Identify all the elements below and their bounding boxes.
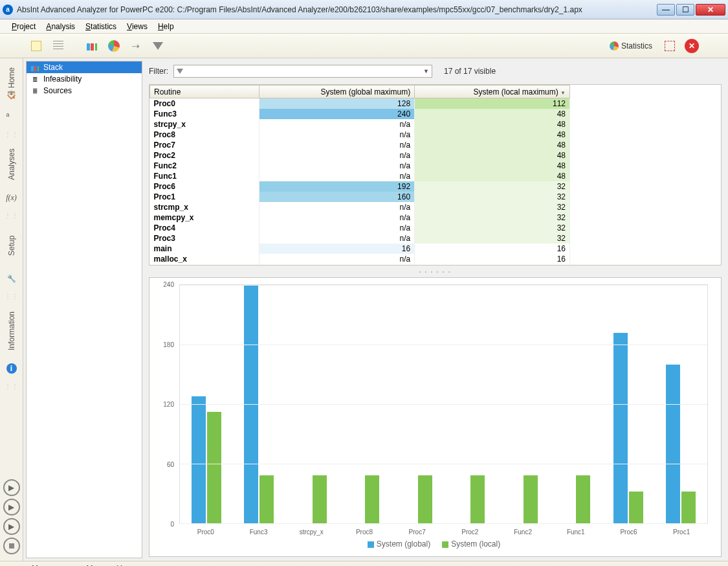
table-row[interactable]: strcmp_xn/a32 [150, 202, 570, 212]
cell-local: 32 [415, 192, 570, 202]
bar-local[interactable] [576, 475, 590, 523]
menu-bar: Project Analysis Statistics Views Help [0, 19, 728, 34]
toolbar-pie-button[interactable] [105, 37, 123, 55]
toolbar-filter-button[interactable] [149, 37, 167, 55]
tree-panel: Stack≣Infeasibility≣Sources [26, 61, 142, 558]
bar-local[interactable] [681, 492, 696, 523]
title-bar: a AbsInt Advanced Analyzer for PowerPC e… [0, 0, 728, 19]
bar-local[interactable] [365, 475, 379, 523]
cell-local: 16 [415, 264, 570, 266]
sidetab-fx[interactable]: f(x) [1, 188, 22, 207]
cell-global: n/a [259, 233, 415, 243]
cell-global: n/a [259, 264, 415, 266]
tree-item-stack[interactable]: Stack [27, 62, 142, 73]
arrows-icon: ⇢ [132, 41, 140, 51]
cell-local: 16 [415, 243, 570, 254]
window-minimize-button[interactable]: — [657, 4, 675, 16]
bar-local[interactable] [259, 475, 274, 523]
sidetab-information[interactable]: Information [1, 304, 22, 358]
cell-local: 48 [415, 130, 570, 140]
table-row[interactable]: Func324048 [150, 109, 570, 119]
menu-views[interactable]: Views [122, 21, 153, 32]
toolbar-expand-button[interactable] [661, 37, 679, 55]
cell-routine: Func3 [150, 109, 259, 119]
legend-swatch-global [368, 541, 374, 548]
bar-local[interactable] [207, 412, 221, 523]
table-row[interactable]: strcpy_xn/a48 [150, 119, 570, 130]
toolbar-arrows-button[interactable]: ⇢ [127, 37, 145, 55]
chart-plotarea [179, 284, 708, 524]
tree-item-infeasibility[interactable]: ≣Infeasibility [27, 73, 142, 85]
filter-visible-count: 17 of 17 visible [444, 67, 496, 76]
table-row[interactable]: Proc8n/a48 [150, 130, 570, 140]
cell-local: 32 [415, 212, 570, 223]
window-maximize-button[interactable]: ☐ [676, 4, 694, 16]
chart-xlabels: Proc0Func3strcpy_xProc8Proc7Proc2Func2Fu… [179, 528, 708, 536]
table-row[interactable]: Proc0128112 [150, 98, 570, 109]
bar-global[interactable] [192, 396, 206, 523]
table-row[interactable]: main1616 [150, 243, 570, 254]
table-row[interactable]: Proc116032 [150, 192, 570, 202]
status-run[interactable]: ▶ [6, 564, 12, 567]
expand-icon [665, 41, 675, 51]
bar-global[interactable] [666, 365, 680, 523]
gridline [180, 523, 707, 524]
menu-analysis[interactable]: Analysis [41, 21, 80, 32]
bar-local[interactable] [629, 492, 643, 523]
status-memory[interactable]: ▲Memory Usage [76, 564, 139, 567]
cell-global: n/a [259, 202, 415, 212]
splitter[interactable]: • • • • • • [149, 269, 722, 273]
col-local[interactable]: System (local maximum) ▼ [415, 85, 570, 98]
tree-item-sources[interactable]: ≣Sources [27, 85, 142, 96]
chart-legend: System (global) System (local) [153, 539, 714, 549]
results-table[interactable]: Routine System (global maximum) System (… [149, 84, 722, 266]
menu-statistics[interactable]: Statistics [80, 21, 122, 32]
cell-global: 160 [259, 192, 415, 202]
table-row[interactable]: Proc2n/a48 [150, 150, 570, 161]
status-messages[interactable]: ▲Messages [21, 564, 67, 567]
table-row[interactable]: Func1n/a48 [150, 171, 570, 181]
table-row[interactable]: Proc3n/a32 [150, 233, 570, 243]
toolbar-close-button[interactable]: ✕ [683, 37, 701, 55]
filter-combo[interactable]: ▼ [173, 65, 432, 78]
toolbar-statistics-label: Statistics [621, 41, 652, 51]
bar-global[interactable] [613, 333, 628, 523]
run-stop-button[interactable] [3, 538, 20, 554]
table-row[interactable]: Proc5n/a16 [150, 264, 570, 266]
col-routine[interactable]: Routine [150, 85, 259, 98]
cell-local: 32 [415, 223, 570, 233]
table-row[interactable]: Proc619232 [150, 181, 570, 192]
bar-local[interactable] [418, 475, 432, 523]
table-row[interactable]: Proc7n/a48 [150, 140, 570, 150]
menu-help[interactable]: Help [153, 21, 179, 32]
cell-routine: Proc8 [150, 130, 259, 140]
sidetab-home[interactable]: 🏠Home [1, 61, 22, 106]
bar-local[interactable] [313, 475, 327, 523]
sidetab-analyses[interactable]: Analyses [1, 142, 22, 187]
sidetab-setup[interactable]: Setup [1, 223, 22, 268]
table-row[interactable]: memcpy_xn/a32 [150, 212, 570, 223]
bar-local[interactable] [470, 475, 485, 523]
table-row[interactable]: Func2n/a48 [150, 161, 570, 171]
grip-icon: ⋮⋮ [5, 212, 19, 219]
close-icon: ✕ [685, 39, 699, 53]
sidetab-app[interactable]: a [1, 108, 22, 126]
col-global[interactable]: System (global maximum) [259, 85, 415, 98]
table-row[interactable]: malloc_xn/a16 [150, 254, 570, 264]
run-skip-button[interactable]: ▶ [3, 518, 20, 535]
cell-local: 16 [415, 254, 570, 264]
run-play-button[interactable]: ▶ [3, 479, 20, 496]
filter-row: Filter: ▼ 17 of 17 visible [149, 62, 722, 80]
toolbar-notes-button[interactable] [27, 37, 45, 55]
toolbar-statistics-button[interactable]: Statistics [605, 37, 657, 55]
sidetab-wrench[interactable]: 🔧 [1, 269, 22, 288]
bar-local[interactable] [524, 475, 538, 523]
window-close-button[interactable]: ✕ [696, 4, 725, 16]
run-play2-button[interactable]: ▶ [3, 499, 20, 515]
sidetab-info[interactable]: i [1, 359, 22, 378]
toolbar-list-button[interactable] [49, 37, 67, 55]
table-row[interactable]: Proc4n/a32 [150, 223, 570, 233]
menu-project[interactable]: Project [6, 21, 41, 32]
toolbar-bars-button[interactable] [83, 37, 101, 55]
xlabel: Proc2 [444, 528, 497, 536]
